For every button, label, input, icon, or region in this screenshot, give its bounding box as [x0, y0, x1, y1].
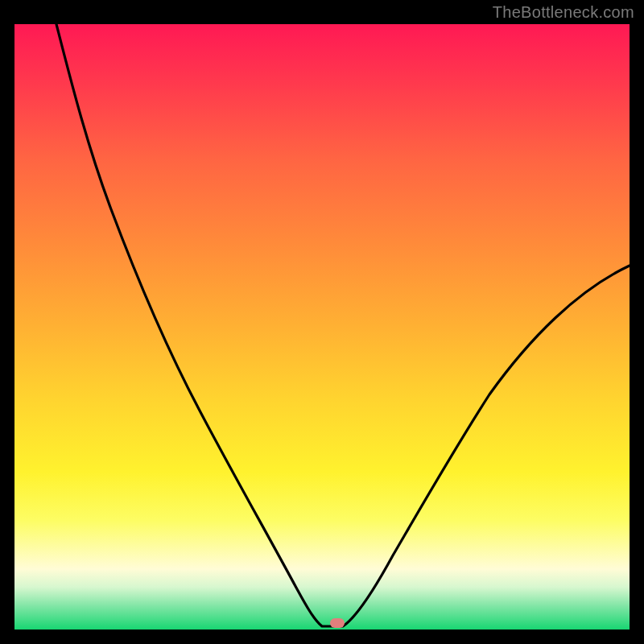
min-point-marker [330, 618, 345, 628]
chart-frame: TheBottleneck.com [0, 0, 644, 644]
bottleneck-curve [14, 24, 630, 630]
plot-area [14, 24, 630, 630]
watermark-text: TheBottleneck.com [493, 3, 634, 22]
